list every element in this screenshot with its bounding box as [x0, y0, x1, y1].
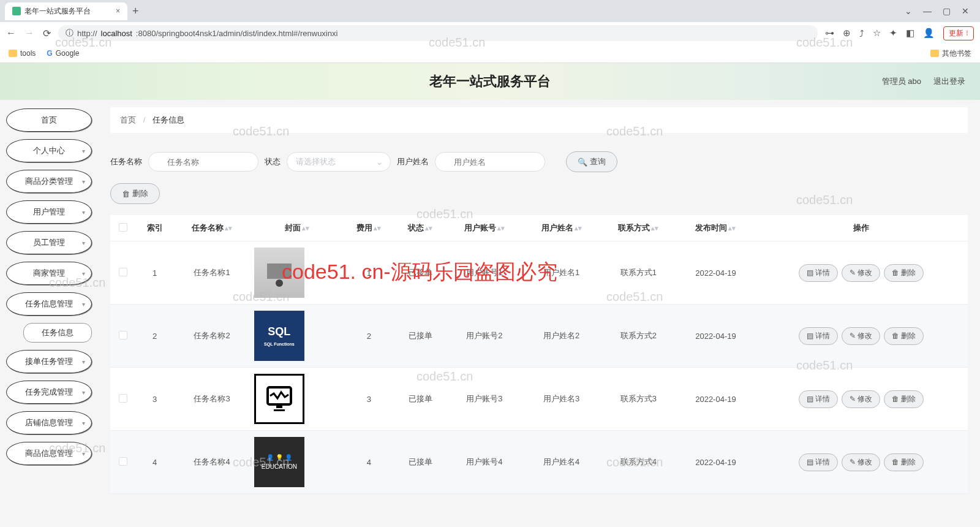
col-index[interactable]: 索引	[136, 215, 173, 241]
select-all-checkbox[interactable]	[119, 223, 127, 232]
close-window-icon[interactable]: ✕	[962, 6, 969, 16]
chevron-down-icon: ▾	[82, 420, 85, 427]
detail-button[interactable]: ▤详情	[799, 264, 838, 282]
favicon-icon	[12, 7, 21, 15]
close-icon[interactable]: ×	[116, 7, 120, 15]
breadcrumb-home[interactable]: 首页	[120, 115, 136, 124]
sidebar-item-10[interactable]: 店铺信息管理▾	[6, 411, 92, 434]
logout-link[interactable]: 退出登录	[933, 76, 965, 87]
col-publish[interactable]: 发布时间▴▾	[677, 215, 755, 241]
cell-status: 已接单	[394, 431, 446, 494]
chevron-down-icon: ▾	[82, 389, 85, 396]
edit-button[interactable]: ✎修改	[842, 264, 880, 282]
bookmark-google[interactable]: GGoogle	[47, 49, 79, 58]
sidebar-item-4[interactable]: 员工管理▾	[6, 231, 92, 254]
star-icon[interactable]: ☆	[873, 28, 881, 39]
sort-icon: ▴▾	[425, 227, 432, 230]
sidebar-item-5[interactable]: 商家管理▾	[6, 262, 92, 285]
key-icon[interactable]: ⊶	[825, 28, 834, 39]
row-checkbox[interactable]	[119, 268, 127, 276]
row-checkbox[interactable]	[119, 457, 127, 466]
breadcrumb: 首页 / 任务信息	[110, 107, 968, 133]
cell-status: 已接单	[394, 305, 446, 368]
cover-thumbnail[interactable]: 👤💡👤EDUCATION	[254, 437, 304, 487]
cell-contact: 联系方式2	[600, 305, 677, 368]
delete-button[interactable]: 🗑删除	[110, 183, 160, 204]
cover-thumbnail[interactable]: SQLSQL Functions	[254, 311, 304, 361]
col-username[interactable]: 用户姓名▴▾	[523, 215, 600, 241]
sidebar-item-3[interactable]: 用户管理▾	[6, 200, 92, 224]
sort-icon: ▴▾	[302, 227, 309, 230]
row-delete-button[interactable]: 🗑删除	[884, 264, 924, 282]
cell-contact: 联系方式1	[600, 241, 677, 305]
table-header-row: 索引 任务名称▴▾ 封面▴▾ 费用▴▾ 状态▴▾ 用户账号▴▾ 用户姓名▴▾ 联…	[110, 215, 968, 241]
sidebar-item-0[interactable]: 首页	[6, 108, 92, 132]
url-path: :8080/springboot4nsk1/admin/dist/index.h…	[136, 29, 338, 38]
edit-button[interactable]: ✎修改	[842, 390, 880, 408]
sidebar-item-1[interactable]: 个人中心▾	[6, 139, 92, 162]
cell-cover	[251, 368, 344, 431]
bookmark-tools[interactable]: tools	[9, 49, 36, 58]
col-account[interactable]: 用户账号▴▾	[446, 215, 523, 241]
cell-username: 用户姓名3	[523, 368, 600, 431]
sidebar-item-6[interactable]: 任务信息管理▾	[6, 292, 92, 316]
cell-contact: 联系方式3	[600, 368, 677, 431]
back-icon[interactable]: ←	[6, 28, 16, 39]
share-icon[interactable]: ⤴	[859, 28, 864, 39]
filter-user-input[interactable]	[435, 152, 545, 172]
row-checkbox[interactable]	[119, 331, 127, 339]
new-tab-button[interactable]: +	[132, 5, 139, 18]
row-delete-button[interactable]: 🗑删除	[884, 390, 924, 408]
col-cover[interactable]: 封面▴▾	[251, 215, 344, 241]
detail-button[interactable]: ▤详情	[799, 453, 838, 471]
forward-icon[interactable]: →	[24, 28, 34, 39]
browser-tab[interactable]: 老年一站式服务平台 ×	[5, 2, 127, 20]
sidebar: 首页个人中心▾商品分类管理▾用户管理▾员工管理▾商家管理▾任务信息管理▾任务信息…	[0, 100, 98, 527]
update-button[interactable]: 更新 ⁝	[943, 26, 974, 40]
sidebar-item-7[interactable]: 任务信息	[23, 323, 92, 343]
row-delete-button[interactable]: 🗑删除	[884, 327, 924, 345]
minimize-icon[interactable]: —	[923, 6, 932, 16]
detail-button[interactable]: ▤详情	[799, 327, 838, 345]
detail-button[interactable]: ▤详情	[799, 390, 838, 408]
profile-icon[interactable]: 👤	[923, 28, 935, 39]
trash-icon: 🗑	[892, 332, 899, 340]
translate-icon[interactable]: ⊕	[843, 28, 851, 39]
col-contact[interactable]: 联系方式▴▾	[600, 215, 677, 241]
cover-thumbnail[interactable]	[254, 248, 304, 298]
filter-status-select[interactable]: 请选择状态⌄	[287, 152, 391, 172]
filter-name-input[interactable]	[148, 152, 258, 172]
maximize-icon[interactable]: ▢	[943, 6, 951, 16]
chevron-down-icon[interactable]: ⌄	[905, 6, 912, 16]
panel-icon[interactable]: ◧	[906, 28, 914, 39]
extensions-icon[interactable]: ✦	[889, 28, 897, 39]
sidebar-item-8[interactable]: 接单任务管理▾	[6, 350, 92, 373]
col-status[interactable]: 状态▴▾	[394, 215, 446, 241]
col-fee[interactable]: 费用▴▾	[343, 215, 394, 241]
cell-account: 用户账号2	[446, 305, 523, 368]
sidebar-item-2[interactable]: 商品分类管理▾	[6, 170, 92, 193]
row-checkbox[interactable]	[119, 394, 127, 403]
table-row: 1 任务名称1 1 已接单 用户账号1 用户姓名1 联系方式1 2022-04-…	[110, 241, 968, 305]
query-button[interactable]: 🔍查询	[566, 151, 617, 172]
cell-fee: 2	[343, 305, 394, 368]
cover-thumbnail[interactable]	[254, 374, 304, 424]
chevron-down-icon: ⌄	[376, 157, 383, 167]
admin-label[interactable]: 管理员 abo	[882, 76, 921, 87]
edit-button[interactable]: ✎修改	[842, 453, 880, 471]
url-input[interactable]: ⓘ http://localhost:8080/springboot4nsk1/…	[58, 25, 818, 41]
edit-button[interactable]: ✎修改	[842, 327, 880, 345]
sidebar-item-9[interactable]: 任务完成管理▾	[6, 381, 92, 404]
sidebar-item-11[interactable]: 商品信息管理▾	[6, 442, 92, 465]
bookmark-other[interactable]: 其他书签	[930, 48, 971, 59]
filter-bar: 任务名称 🔍 状态 请选择状态⌄ 用户姓名 🔍 🔍查询	[110, 151, 968, 172]
cell-fee: 3	[343, 368, 394, 431]
reload-icon[interactable]: ⟳	[43, 28, 51, 39]
cell-index: 3	[136, 368, 173, 431]
sort-icon: ▴▾	[575, 227, 582, 230]
col-name[interactable]: 任务名称▴▾	[173, 215, 251, 241]
breadcrumb-current: 任务信息	[153, 115, 184, 124]
cell-index: 1	[136, 241, 173, 305]
row-delete-button[interactable]: 🗑删除	[884, 453, 924, 471]
cell-status: 已接单	[394, 241, 446, 305]
